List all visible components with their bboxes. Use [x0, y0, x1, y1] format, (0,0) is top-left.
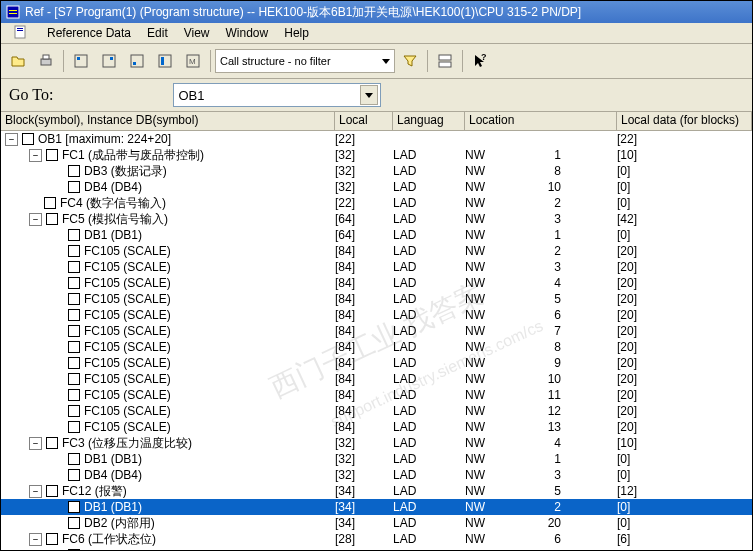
tree-spacer: [53, 230, 64, 241]
header-block[interactable]: Block(symbol), Instance DB(symbol): [1, 112, 335, 130]
collapse-icon[interactable]: −: [29, 149, 42, 162]
table-row[interactable]: −FC5 (模拟信号输入)[64]LADNW3[42]: [1, 211, 752, 227]
cell-local: [32]: [335, 436, 393, 450]
cell-local: [22]: [335, 196, 393, 210]
menu-help[interactable]: Help: [276, 25, 317, 41]
svg-rect-14: [159, 55, 171, 67]
collapse-icon[interactable]: −: [29, 485, 42, 498]
header-localdata[interactable]: Local data (for blocks): [617, 112, 752, 130]
table-row[interactable]: DB1 (DB1)[34]LADNW2[0]: [1, 499, 752, 515]
table-row[interactable]: −FC12 (报警)[34]LADNW5[12]: [1, 483, 752, 499]
chevron-down-icon[interactable]: [360, 85, 378, 105]
block-label: DB4 (DB4): [84, 468, 142, 482]
table-row[interactable]: FC105 (SCALE)[84]LADNW13[20]: [1, 419, 752, 435]
cell-local: [64]: [335, 212, 393, 226]
cell-local: [84]: [335, 388, 393, 402]
block-icon: [46, 437, 58, 449]
table-row[interactable]: DB3 (数据记录)[32]LADNW8[0]: [1, 163, 752, 179]
table-row[interactable]: DB4 (DB4)[32]LADNW10[0]: [1, 179, 752, 195]
tree-spacer: [53, 166, 64, 177]
table-row[interactable]: FC105 (SCALE)[84]LADNW5[20]: [1, 291, 752, 307]
open-button[interactable]: [5, 48, 31, 74]
table-row[interactable]: FC105 (SCALE)[84]LADNW7[20]: [1, 323, 752, 339]
block-label: FC105 (SCALE): [84, 260, 171, 274]
tree-spacer: [53, 470, 64, 481]
collapse-icon[interactable]: −: [5, 133, 18, 146]
header-local[interactable]: Local: [335, 112, 393, 130]
cell-localdata: [0]: [617, 500, 752, 514]
block-icon: [46, 149, 58, 161]
tree-grid[interactable]: 西门子工业 找答案 support.industry.siemens.com/c…: [1, 131, 752, 550]
block-label: DB3 (数据记录): [84, 163, 167, 180]
block-icon: [68, 453, 80, 465]
tb-icon-3[interactable]: [124, 48, 150, 74]
table-row[interactable]: FC105 (SCALE)[84]LADNW8[20]: [1, 339, 752, 355]
cell-language: LAD: [393, 260, 465, 274]
title-bar[interactable]: Ref - [S7 Program(1) (Program structure)…: [1, 1, 752, 23]
window-title: Ref - [S7 Program(1) (Program structure)…: [25, 4, 581, 21]
cell-local: [84]: [335, 260, 393, 274]
cell-location: NW5: [465, 484, 617, 498]
table-row[interactable]: FC105 (SCALE)[84]LADNW3[20]: [1, 259, 752, 275]
svg-rect-6: [41, 59, 51, 65]
header-location[interactable]: Location: [465, 112, 617, 130]
svg-rect-0: [7, 6, 19, 18]
block-icon: [68, 261, 80, 273]
table-row[interactable]: FC105 (SCALE)[84]LADNW12[20]: [1, 403, 752, 419]
block-icon: [68, 309, 80, 321]
table-row[interactable]: DB4 (DB4)[32]LADNW3[0]: [1, 467, 752, 483]
cell-localdata: [20]: [617, 356, 752, 370]
tb-icon-1[interactable]: [68, 48, 94, 74]
block-label: FC4 (数字信号输入): [60, 195, 166, 212]
tb-icon-5[interactable]: M: [180, 48, 206, 74]
cell-location: NW8: [465, 340, 617, 354]
table-row[interactable]: −FC1 (成品带与废品带控制)[32]LADNW1[10]: [1, 147, 752, 163]
cell-local: [84]: [335, 420, 393, 434]
filter-combo[interactable]: Call structure - no filter: [215, 49, 395, 73]
block-label: DB2 (内部用): [84, 515, 155, 532]
collapse-icon[interactable]: −: [29, 213, 42, 226]
table-row[interactable]: −OB1 [maximum: 224+20][22][22]: [1, 131, 752, 147]
svg-rect-5: [17, 30, 23, 31]
table-row[interactable]: DB2 (内部用)[34]LADNW20[0]: [1, 515, 752, 531]
goto-combo[interactable]: OB1: [173, 83, 381, 107]
help-pointer-button[interactable]: ?: [467, 48, 493, 74]
menu-reference-data[interactable]: Reference Data: [39, 25, 139, 41]
filter-apply-button[interactable]: [397, 48, 423, 74]
menu-edit[interactable]: Edit: [139, 25, 176, 41]
collapse-icon[interactable]: −: [29, 533, 42, 546]
cell-language: LAD: [393, 356, 465, 370]
table-row[interactable]: −FC6 (工作状态位)[28]LADNW6[6]: [1, 531, 752, 547]
block-label: OB1 [maximum: 224+20]: [38, 132, 171, 146]
table-row[interactable]: FC105 (SCALE)[84]LADNW10[20]: [1, 371, 752, 387]
table-row[interactable]: FC4 (数字信号输入)[22]LADNW2[0]: [1, 195, 752, 211]
table-row[interactable]: FC105 (SCALE)[84]LADNW6[20]: [1, 307, 752, 323]
block-label: FC5 (模拟信号输入): [62, 211, 168, 228]
cell-location: NW4: [465, 276, 617, 290]
tb-icon-2[interactable]: [96, 48, 122, 74]
menu-window[interactable]: Window: [218, 25, 277, 41]
block-label: FC105 (SCALE): [84, 276, 171, 290]
tree-spacer: [29, 198, 40, 209]
cell-local: [32]: [335, 164, 393, 178]
table-row[interactable]: DB1 (DB1)[32]LADNW1[0]: [1, 451, 752, 467]
cell-local: [34]: [335, 516, 393, 530]
table-row[interactable]: FC105 (SCALE)[84]LADNW2[20]: [1, 243, 752, 259]
table-row[interactable]: FC105 (SCALE)[84]LADNW4[20]: [1, 275, 752, 291]
header-language[interactable]: Languag: [393, 112, 465, 130]
block-icon: [44, 197, 56, 209]
block-icon: [68, 181, 80, 193]
table-row[interactable]: FC105 (SCALE)[84]LADNW9[20]: [1, 355, 752, 371]
window-toggle-button[interactable]: [432, 48, 458, 74]
table-row[interactable]: DB1 (DB1)[28]LADNW1[0]: [1, 547, 752, 550]
table-row[interactable]: FC105 (SCALE)[84]LADNW11[20]: [1, 387, 752, 403]
block-icon: [68, 293, 80, 305]
collapse-icon[interactable]: −: [29, 437, 42, 450]
block-icon: [68, 373, 80, 385]
tb-icon-4[interactable]: [152, 48, 178, 74]
print-button[interactable]: [33, 48, 59, 74]
table-row[interactable]: DB1 (DB1)[64]LADNW1[0]: [1, 227, 752, 243]
menu-view[interactable]: View: [176, 25, 218, 41]
cell-localdata: [20]: [617, 324, 752, 338]
table-row[interactable]: −FC3 (位移压力温度比较)[32]LADNW4[10]: [1, 435, 752, 451]
